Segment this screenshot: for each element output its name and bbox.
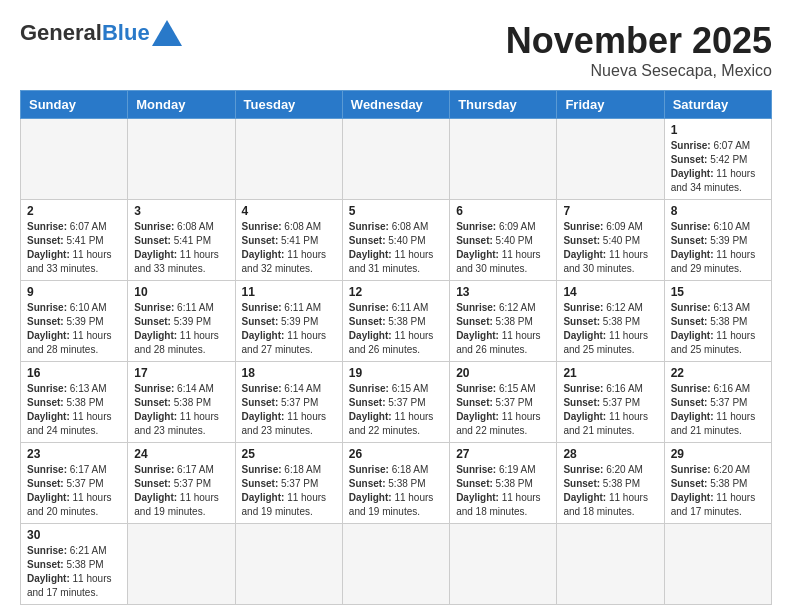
day-number: 14 <box>563 285 657 299</box>
weekday-header: Wednesday <box>342 91 449 119</box>
calendar-cell: 27Sunrise: 6:19 AMSunset: 5:38 PMDayligh… <box>450 443 557 524</box>
day-number: 29 <box>671 447 765 461</box>
calendar-cell: 26Sunrise: 6:18 AMSunset: 5:38 PMDayligh… <box>342 443 449 524</box>
calendar-cell <box>450 524 557 605</box>
calendar-cell <box>557 524 664 605</box>
day-number: 10 <box>134 285 228 299</box>
calendar-cell: 3Sunrise: 6:08 AMSunset: 5:41 PMDaylight… <box>128 200 235 281</box>
day-number: 22 <box>671 366 765 380</box>
logo-general: General <box>20 20 102 45</box>
cell-info: Sunrise: 6:16 AMSunset: 5:37 PMDaylight:… <box>671 382 765 438</box>
day-number: 25 <box>242 447 336 461</box>
calendar-cell: 13Sunrise: 6:12 AMSunset: 5:38 PMDayligh… <box>450 281 557 362</box>
cell-info: Sunrise: 6:11 AMSunset: 5:39 PMDaylight:… <box>134 301 228 357</box>
calendar-cell: 10Sunrise: 6:11 AMSunset: 5:39 PMDayligh… <box>128 281 235 362</box>
weekday-header: Monday <box>128 91 235 119</box>
calendar-week-row: 2Sunrise: 6:07 AMSunset: 5:41 PMDaylight… <box>21 200 772 281</box>
month-title: November 2025 <box>506 20 772 62</box>
weekday-header: Sunday <box>21 91 128 119</box>
calendar-cell <box>21 119 128 200</box>
cell-info: Sunrise: 6:18 AMSunset: 5:37 PMDaylight:… <box>242 463 336 519</box>
day-number: 11 <box>242 285 336 299</box>
calendar-week-row: 9Sunrise: 6:10 AMSunset: 5:39 PMDaylight… <box>21 281 772 362</box>
day-number: 9 <box>27 285 121 299</box>
calendar-cell: 11Sunrise: 6:11 AMSunset: 5:39 PMDayligh… <box>235 281 342 362</box>
day-number: 27 <box>456 447 550 461</box>
cell-info: Sunrise: 6:16 AMSunset: 5:37 PMDaylight:… <box>563 382 657 438</box>
logo-blue: Blue <box>102 20 150 45</box>
calendar-cell: 30Sunrise: 6:21 AMSunset: 5:38 PMDayligh… <box>21 524 128 605</box>
day-number: 12 <box>349 285 443 299</box>
cell-info: Sunrise: 6:10 AMSunset: 5:39 PMDaylight:… <box>671 220 765 276</box>
calendar-cell: 6Sunrise: 6:09 AMSunset: 5:40 PMDaylight… <box>450 200 557 281</box>
header: GeneralBlue November 2025 Nueva Sesecapa… <box>20 20 772 80</box>
calendar: SundayMondayTuesdayWednesdayThursdayFrid… <box>20 90 772 605</box>
cell-info: Sunrise: 6:20 AMSunset: 5:38 PMDaylight:… <box>563 463 657 519</box>
cell-info: Sunrise: 6:19 AMSunset: 5:38 PMDaylight:… <box>456 463 550 519</box>
calendar-cell: 7Sunrise: 6:09 AMSunset: 5:40 PMDaylight… <box>557 200 664 281</box>
calendar-week-row: 30Sunrise: 6:21 AMSunset: 5:38 PMDayligh… <box>21 524 772 605</box>
cell-info: Sunrise: 6:08 AMSunset: 5:41 PMDaylight:… <box>242 220 336 276</box>
day-number: 8 <box>671 204 765 218</box>
calendar-cell: 14Sunrise: 6:12 AMSunset: 5:38 PMDayligh… <box>557 281 664 362</box>
cell-info: Sunrise: 6:15 AMSunset: 5:37 PMDaylight:… <box>456 382 550 438</box>
calendar-cell: 20Sunrise: 6:15 AMSunset: 5:37 PMDayligh… <box>450 362 557 443</box>
weekday-header: Friday <box>557 91 664 119</box>
cell-info: Sunrise: 6:10 AMSunset: 5:39 PMDaylight:… <box>27 301 121 357</box>
calendar-cell: 19Sunrise: 6:15 AMSunset: 5:37 PMDayligh… <box>342 362 449 443</box>
cell-info: Sunrise: 6:07 AMSunset: 5:42 PMDaylight:… <box>671 139 765 195</box>
calendar-cell: 12Sunrise: 6:11 AMSunset: 5:38 PMDayligh… <box>342 281 449 362</box>
calendar-cell: 29Sunrise: 6:20 AMSunset: 5:38 PMDayligh… <box>664 443 771 524</box>
logo-icon <box>152 20 182 46</box>
cell-info: Sunrise: 6:18 AMSunset: 5:38 PMDaylight:… <box>349 463 443 519</box>
cell-info: Sunrise: 6:11 AMSunset: 5:38 PMDaylight:… <box>349 301 443 357</box>
calendar-body: 1Sunrise: 6:07 AMSunset: 5:42 PMDaylight… <box>21 119 772 605</box>
logo: GeneralBlue <box>20 20 182 46</box>
day-number: 18 <box>242 366 336 380</box>
calendar-cell: 2Sunrise: 6:07 AMSunset: 5:41 PMDaylight… <box>21 200 128 281</box>
weekday-header: Thursday <box>450 91 557 119</box>
calendar-cell <box>128 524 235 605</box>
calendar-cell <box>664 524 771 605</box>
calendar-cell <box>235 524 342 605</box>
cell-info: Sunrise: 6:13 AMSunset: 5:38 PMDaylight:… <box>27 382 121 438</box>
calendar-cell <box>342 524 449 605</box>
day-number: 1 <box>671 123 765 137</box>
weekday-row: SundayMondayTuesdayWednesdayThursdayFrid… <box>21 91 772 119</box>
day-number: 7 <box>563 204 657 218</box>
weekday-header: Tuesday <box>235 91 342 119</box>
cell-info: Sunrise: 6:11 AMSunset: 5:39 PMDaylight:… <box>242 301 336 357</box>
day-number: 17 <box>134 366 228 380</box>
calendar-cell <box>128 119 235 200</box>
calendar-cell <box>235 119 342 200</box>
cell-info: Sunrise: 6:17 AMSunset: 5:37 PMDaylight:… <box>27 463 121 519</box>
calendar-cell: 22Sunrise: 6:16 AMSunset: 5:37 PMDayligh… <box>664 362 771 443</box>
day-number: 21 <box>563 366 657 380</box>
page: GeneralBlue November 2025 Nueva Sesecapa… <box>0 0 792 612</box>
day-number: 2 <box>27 204 121 218</box>
cell-info: Sunrise: 6:12 AMSunset: 5:38 PMDaylight:… <box>456 301 550 357</box>
calendar-cell: 17Sunrise: 6:14 AMSunset: 5:38 PMDayligh… <box>128 362 235 443</box>
cell-info: Sunrise: 6:15 AMSunset: 5:37 PMDaylight:… <box>349 382 443 438</box>
title-block: November 2025 Nueva Sesecapa, Mexico <box>506 20 772 80</box>
calendar-week-row: 16Sunrise: 6:13 AMSunset: 5:38 PMDayligh… <box>21 362 772 443</box>
cell-info: Sunrise: 6:20 AMSunset: 5:38 PMDaylight:… <box>671 463 765 519</box>
cell-info: Sunrise: 6:12 AMSunset: 5:38 PMDaylight:… <box>563 301 657 357</box>
calendar-cell: 18Sunrise: 6:14 AMSunset: 5:37 PMDayligh… <box>235 362 342 443</box>
day-number: 13 <box>456 285 550 299</box>
day-number: 4 <box>242 204 336 218</box>
day-number: 24 <box>134 447 228 461</box>
cell-info: Sunrise: 6:21 AMSunset: 5:38 PMDaylight:… <box>27 544 121 600</box>
calendar-header: SundayMondayTuesdayWednesdayThursdayFrid… <box>21 91 772 119</box>
calendar-cell: 23Sunrise: 6:17 AMSunset: 5:37 PMDayligh… <box>21 443 128 524</box>
calendar-week-row: 1Sunrise: 6:07 AMSunset: 5:42 PMDaylight… <box>21 119 772 200</box>
day-number: 19 <box>349 366 443 380</box>
calendar-cell: 25Sunrise: 6:18 AMSunset: 5:37 PMDayligh… <box>235 443 342 524</box>
calendar-cell: 16Sunrise: 6:13 AMSunset: 5:38 PMDayligh… <box>21 362 128 443</box>
calendar-cell <box>450 119 557 200</box>
day-number: 16 <box>27 366 121 380</box>
day-number: 30 <box>27 528 121 542</box>
calendar-cell: 4Sunrise: 6:08 AMSunset: 5:41 PMDaylight… <box>235 200 342 281</box>
calendar-cell: 21Sunrise: 6:16 AMSunset: 5:37 PMDayligh… <box>557 362 664 443</box>
day-number: 26 <box>349 447 443 461</box>
